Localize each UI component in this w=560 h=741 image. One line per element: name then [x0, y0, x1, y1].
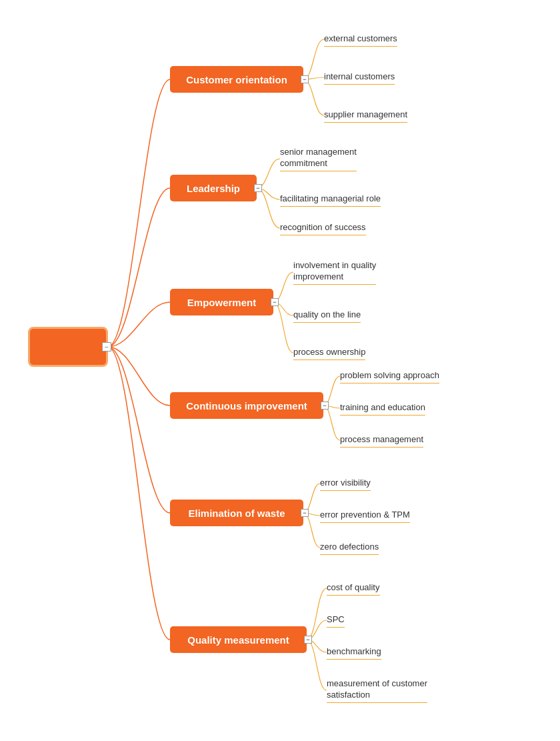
leaf-quality-1: SPC	[327, 614, 345, 628]
connector-continuous-leaf-2	[323, 406, 340, 440]
root-node: −	[28, 327, 108, 367]
branch-collapse-customer[interactable]: −	[301, 75, 309, 83]
leaf-empowerment-0: involvement in qualityimprovement	[293, 260, 376, 285]
leaf-text-quality-1: SPC	[327, 614, 345, 628]
connector-root-to-empowerment	[108, 302, 170, 347]
connector-leadership-leaf-2	[257, 188, 280, 228]
branch-label-empowerment: Empowerment	[187, 297, 256, 308]
leaf-continuous-1: training and education	[340, 402, 425, 416]
leaf-text-continuous-0: problem solving approach	[340, 370, 439, 384]
branch-label-quality: Quality measurement	[187, 634, 289, 646]
leaf-customer-2: supplier management	[324, 109, 407, 123]
leaf-customer-0: external customers	[324, 33, 397, 47]
leaf-text-leadership-1: facilitating managerial role	[280, 193, 381, 207]
branch-node-continuous: Continuous improvement−	[170, 392, 323, 419]
leaf-text-empowerment-2: process ownership	[293, 347, 365, 360]
connector-quality-leaf-0	[307, 588, 327, 640]
leaf-text-empowerment-1: quality on the line	[293, 309, 361, 323]
branch-collapse-empowerment[interactable]: −	[271, 298, 279, 306]
leaf-elimination-2: zero defections	[320, 542, 379, 555]
connector-root-to-quality	[108, 347, 170, 640]
branch-label-customer: Customer orientation	[186, 74, 287, 85]
leaf-elimination-0: error visibility	[320, 478, 371, 491]
branch-collapse-leadership[interactable]: −	[254, 184, 262, 192]
leaf-text-elimination-1: error prevention & TPM	[320, 510, 410, 523]
leaf-text-customer-2: supplier management	[324, 109, 407, 123]
leaf-text-empowerment-0: involvement in qualityimprovement	[293, 260, 376, 285]
connector-customer-leaf-2	[303, 79, 324, 115]
leaf-customer-1: internal customers	[324, 71, 395, 85]
leaf-text-quality-2: benchmarking	[327, 646, 381, 660]
branch-collapse-quality[interactable]: −	[304, 636, 312, 644]
leaf-text-elimination-0: error visibility	[320, 478, 371, 491]
leaf-quality-3: measurement of customersatisfaction	[327, 678, 427, 703]
branch-label-leadership: Leadership	[187, 183, 240, 194]
leaf-continuous-0: problem solving approach	[340, 370, 439, 384]
leaf-text-continuous-1: training and education	[340, 402, 425, 416]
connector-elimination-leaf-2	[303, 513, 320, 548]
connector-quality-leaf-3	[307, 640, 327, 690]
connector-root-to-customer	[108, 79, 170, 347]
branch-label-continuous: Continuous improvement	[186, 400, 307, 412]
branch-label-elimination: Elimination of waste	[188, 508, 285, 519]
leaf-leadership-1: facilitating managerial role	[280, 193, 381, 207]
connector-empowerment-leaf-2	[273, 302, 293, 353]
mind-map-diagram: − Customer orientation−external customer…	[0, 0, 560, 741]
leaf-leadership-0: senior managementcommitment	[280, 147, 357, 171]
leaf-elimination-1: error prevention & TPM	[320, 510, 410, 523]
leaf-text-elimination-2: zero defections	[320, 542, 379, 555]
branch-node-elimination: Elimination of waste−	[170, 500, 303, 526]
leaf-text-customer-0: external customers	[324, 33, 397, 47]
branch-collapse-elimination[interactable]: −	[301, 509, 309, 517]
leaf-text-quality-3: measurement of customersatisfaction	[327, 678, 427, 703]
leaf-leadership-2: recognition of success	[280, 222, 366, 235]
leaf-continuous-2: process management	[340, 434, 423, 448]
root-collapse-button[interactable]: −	[102, 342, 111, 351]
branch-collapse-continuous[interactable]: −	[321, 402, 329, 410]
leaf-empowerment-1: quality on the line	[293, 309, 361, 323]
leaf-text-customer-1: internal customers	[324, 71, 395, 85]
connector-root-to-elimination	[108, 347, 170, 513]
connector-root-to-leadership	[108, 188, 170, 347]
connector-customer-leaf-0	[303, 39, 324, 79]
leaf-text-leadership-0: senior managementcommitment	[280, 147, 357, 171]
leaf-text-continuous-2: process management	[340, 434, 423, 448]
branch-node-leadership: Leadership−	[170, 175, 257, 201]
connector-root-to-continuous	[108, 347, 170, 406]
leaf-text-leadership-2: recognition of success	[280, 222, 366, 235]
leaf-empowerment-2: process ownership	[293, 347, 365, 360]
leaf-quality-2: benchmarking	[327, 646, 381, 660]
leaf-text-quality-0: cost of quality	[327, 582, 380, 596]
branch-node-empowerment: Empowerment−	[170, 289, 273, 315]
leaf-quality-0: cost of quality	[327, 582, 380, 596]
branch-node-quality: Quality measurement−	[170, 626, 307, 653]
branch-node-customer: Customer orientation−	[170, 66, 303, 93]
